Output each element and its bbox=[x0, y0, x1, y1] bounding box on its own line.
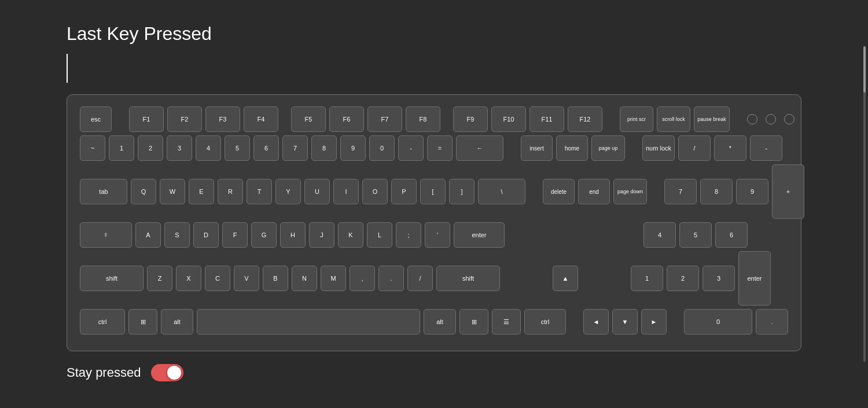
key-num-3[interactable]: 3 bbox=[703, 266, 735, 291]
key-c[interactable]: C bbox=[205, 266, 230, 291]
key-p[interactable]: P bbox=[391, 179, 417, 204]
key-f5[interactable]: F5 bbox=[291, 106, 326, 132]
key-f8[interactable]: F8 bbox=[406, 106, 440, 132]
key-num-5[interactable]: 5 bbox=[679, 222, 712, 248]
key-k[interactable]: K bbox=[338, 222, 363, 248]
key-g[interactable]: G bbox=[251, 222, 277, 248]
key-num-9[interactable]: 9 bbox=[736, 179, 768, 204]
key-x[interactable]: X bbox=[176, 266, 201, 291]
key-print-scr[interactable]: print scr bbox=[620, 106, 653, 132]
key-enter[interactable]: enter bbox=[454, 222, 505, 248]
key-comma[interactable]: , bbox=[350, 266, 375, 291]
key-j[interactable]: J bbox=[309, 222, 334, 248]
key-backslash[interactable]: \ bbox=[478, 179, 525, 204]
key-z[interactable]: Z bbox=[147, 266, 172, 291]
key-num-star[interactable]: * bbox=[714, 135, 746, 161]
key-y[interactable]: Y bbox=[275, 179, 301, 204]
key-1[interactable]: 1 bbox=[109, 135, 134, 161]
stay-pressed-toggle[interactable] bbox=[151, 364, 183, 381]
key-left-shift[interactable]: shift bbox=[80, 266, 144, 291]
key-right-shift[interactable]: shift bbox=[436, 266, 500, 291]
key-home[interactable]: home bbox=[556, 135, 588, 161]
key-4[interactable]: 4 bbox=[196, 135, 221, 161]
key-num-slash[interactable]: / bbox=[678, 135, 711, 161]
key-v[interactable]: V bbox=[234, 266, 259, 291]
key-page-down[interactable]: page down bbox=[613, 179, 647, 204]
key-f6[interactable]: F6 bbox=[329, 106, 364, 132]
key-right-arrow[interactable]: ► bbox=[641, 309, 667, 335]
key-insert[interactable]: insert bbox=[521, 135, 553, 161]
key-num-8[interactable]: 8 bbox=[700, 179, 733, 204]
key-f4[interactable]: F4 bbox=[244, 106, 278, 132]
key-f10[interactable]: F10 bbox=[491, 106, 526, 132]
key-left-ctrl[interactable]: ctrl bbox=[80, 309, 125, 335]
key-equals[interactable]: = bbox=[427, 135, 453, 161]
key-f7[interactable]: F7 bbox=[367, 106, 402, 132]
key-right-win[interactable]: ⊞ bbox=[459, 309, 488, 335]
key-num-lock[interactable]: num lock bbox=[642, 135, 675, 161]
scrollbar-thumb[interactable] bbox=[863, 46, 866, 93]
key-num-dot[interactable]: . bbox=[756, 309, 788, 335]
key-quote[interactable]: ' bbox=[425, 222, 450, 248]
key-0[interactable]: 0 bbox=[369, 135, 395, 161]
scrollbar-track[interactable] bbox=[863, 46, 866, 362]
key-f2[interactable]: F2 bbox=[167, 106, 202, 132]
key-pause-break[interactable]: pause break bbox=[694, 106, 730, 132]
key-period[interactable]: . bbox=[378, 266, 404, 291]
key-menu[interactable]: ☰ bbox=[492, 309, 521, 335]
key-h[interactable]: H bbox=[280, 222, 306, 248]
key-f3[interactable]: F3 bbox=[205, 106, 240, 132]
key-space[interactable] bbox=[197, 309, 420, 335]
key-num-1[interactable]: 1 bbox=[631, 266, 663, 291]
key-slash[interactable]: / bbox=[407, 266, 433, 291]
key-6[interactable]: 6 bbox=[253, 135, 279, 161]
key-num-plus[interactable]: + bbox=[772, 164, 804, 219]
key-end[interactable]: end bbox=[578, 179, 610, 204]
key-num-2[interactable]: 2 bbox=[667, 266, 699, 291]
key-f[interactable]: F bbox=[222, 222, 248, 248]
key-backspace[interactable]: ← bbox=[456, 135, 503, 161]
key-n[interactable]: N bbox=[292, 266, 317, 291]
key-left-arrow[interactable]: ◄ bbox=[583, 309, 609, 335]
key-delete[interactable]: delete bbox=[543, 179, 575, 204]
key-right-ctrl[interactable]: ctrl bbox=[524, 309, 566, 335]
key-9[interactable]: 9 bbox=[340, 135, 366, 161]
key-page-up[interactable]: page up bbox=[591, 135, 625, 161]
key-minus[interactable]: - bbox=[398, 135, 424, 161]
key-num-enter[interactable]: enter bbox=[738, 251, 771, 306]
key-f9[interactable]: F9 bbox=[453, 106, 488, 132]
key-a[interactable]: A bbox=[135, 222, 161, 248]
key-rbracket[interactable]: ] bbox=[449, 179, 475, 204]
key-scroll-lock[interactable]: scroll lock bbox=[657, 106, 690, 132]
key-num-minus[interactable]: - bbox=[750, 135, 782, 161]
key-m[interactable]: M bbox=[321, 266, 346, 291]
key-b[interactable]: B bbox=[263, 266, 288, 291]
key-u[interactable]: U bbox=[304, 179, 330, 204]
key-lbracket[interactable]: [ bbox=[420, 179, 446, 204]
key-7[interactable]: 7 bbox=[282, 135, 308, 161]
key-down-arrow[interactable]: ▼ bbox=[612, 309, 638, 335]
key-i[interactable]: I bbox=[333, 179, 359, 204]
key-esc[interactable]: esc bbox=[80, 106, 112, 132]
key-5[interactable]: 5 bbox=[225, 135, 250, 161]
key-l[interactable]: L bbox=[367, 222, 392, 248]
key-left-alt[interactable]: alt bbox=[161, 309, 193, 335]
key-s[interactable]: S bbox=[164, 222, 190, 248]
key-num-0[interactable]: 0 bbox=[684, 309, 752, 335]
key-8[interactable]: 8 bbox=[311, 135, 337, 161]
key-r[interactable]: R bbox=[218, 179, 243, 204]
key-up-arrow[interactable]: ▲ bbox=[553, 266, 578, 291]
key-d[interactable]: D bbox=[193, 222, 219, 248]
key-3[interactable]: 3 bbox=[167, 135, 192, 161]
key-2[interactable]: 2 bbox=[138, 135, 163, 161]
key-num-4[interactable]: 4 bbox=[643, 222, 676, 248]
key-f11[interactable]: F11 bbox=[529, 106, 564, 132]
key-right-alt[interactable]: alt bbox=[424, 309, 456, 335]
key-num-6[interactable]: 6 bbox=[715, 222, 748, 248]
key-t[interactable]: T bbox=[247, 179, 272, 204]
key-q[interactable]: Q bbox=[131, 179, 156, 204]
key-f1[interactable]: F1 bbox=[129, 106, 164, 132]
key-e[interactable]: E bbox=[189, 179, 214, 204]
key-f12[interactable]: F12 bbox=[568, 106, 602, 132]
key-left-win[interactable]: ⊞ bbox=[128, 309, 157, 335]
